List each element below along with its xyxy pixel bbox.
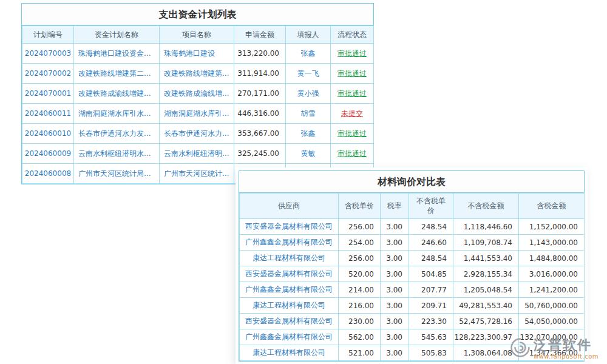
price-excl-tax-value: 545.63 [409,329,453,345]
amount-incl-tax-value: 3,016,000.00 [519,266,585,282]
plan-no-link[interactable]: 2024060008 [22,164,74,184]
apply-amount-value: 313,220.00 [234,44,286,64]
supplier-link[interactable]: 广州鑫鑫金属材料有限公司 [240,282,339,298]
table-row[interactable]: 西安盛器金属材料有限公司 230.00 3.00 223.30 52,475,7… [240,314,585,329]
price-incl-tax-value: 562.00 [339,329,381,345]
flow-status-link[interactable]: 未提交 [341,109,363,118]
price-incl-tax-value: 521.00 [339,345,381,361]
price-excl-tax-value: 504.85 [409,266,453,282]
column-header-tax-rate: 税率 [381,194,409,219]
vendor-watermark: 泛普软件 www.fanpusoft.com [510,337,599,360]
amount-incl-tax-value: 1,143,000.00 [519,235,585,251]
apply-amount-value: 446,316.00 [234,104,286,124]
supplier-link[interactable]: 康达工程材料有限公司 [240,345,339,361]
flow-status-link[interactable]: 审批通过 [337,89,367,98]
table-row[interactable]: 西安盛器金属材料有限公司 520.00 3.00 504.85 2,928,15… [240,266,585,282]
column-header-plan-name: 资金计划名称 [74,26,160,44]
tax-rate-value: 3.00 [381,298,409,314]
tax-rate-value: 3.00 [381,282,409,298]
tax-rate-value: 3.00 [381,345,409,361]
plan-no-link[interactable]: 2024060011 [22,104,74,124]
price-incl-tax-value: 520.00 [339,266,381,282]
table-row[interactable]: 广州鑫鑫金属材料有限公司 254.00 3.00 246.60 1,109,70… [240,235,585,251]
amount-excl-tax-value: 52,475,728.16 [453,314,519,329]
price-incl-tax-value: 256.00 [339,251,381,266]
column-header-price-excl-tax: 不含税单价 [409,194,453,219]
table-row[interactable]: 康达工程材料有限公司 256.00 3.00 248.54 1,441,553.… [240,251,585,266]
flow-status-link[interactable]: 审批通过 [337,49,367,58]
expenditure-plan-title: 支出资金计划列表 [22,4,373,25]
price-excl-tax-value: 248.54 [409,251,453,266]
plan-header-row: 计划编号 资金计划名称 项目名称 申请金额 填报人 流程状态 [22,26,374,44]
project-name-link[interactable]: 珠海鹤港口建设 [160,44,234,64]
flow-status-link[interactable]: 审批通过 [337,69,367,78]
flow-status-link[interactable]: 审批通过 [337,129,367,138]
filler-name: 黄一飞 [286,64,331,84]
column-header-amount-incl-tax: 含税金额 [519,194,585,219]
plan-no-link[interactable]: 2024070002 [22,64,74,84]
project-name-link[interactable]: 改建铁路线增建第... [160,64,234,84]
tax-rate-value: 3.00 [381,329,409,345]
plan-name-link[interactable]: 云南水利枢纽潜明水... [74,144,160,164]
filler-name: 张鑫 [286,124,331,144]
supplier-link[interactable]: 西安盛器金属材料有限公司 [240,314,339,329]
tax-rate-value: 3.00 [381,219,409,235]
table-row[interactable]: 2024070002 改建铁路线增建第二... 改建铁路线增建第... 311,… [22,64,374,84]
plan-name-link[interactable]: 改建铁路线增建第二... [74,64,160,84]
price-excl-tax-value: 207.77 [409,282,453,298]
amount-incl-tax-value: 50,760,000.00 [519,298,585,314]
filler-name: 张鑫 [286,44,331,64]
supplier-link[interactable]: 广州鑫鑫金属材料有限公司 [240,235,339,251]
price-incl-tax-value: 230.00 [339,314,381,329]
apply-amount-value: 270,171.00 [234,84,286,104]
apply-amount-value: 353,667.00 [234,124,286,144]
plan-name-link[interactable]: 改建铁路成渝线增建... [74,84,160,104]
price-incl-tax-value: 214.00 [339,282,381,298]
project-name-link[interactable]: 长春市伊通河水力... [160,124,234,144]
material-header-row: 供应商 含税单价 税率 不含税单价 不含税金额 含税金额 [240,194,585,219]
table-row[interactable]: 2024060009 云南水利枢纽潜明水... 云南水利枢纽潜明... 325,… [22,144,374,164]
price-incl-tax-value: 256.00 [339,219,381,235]
supplier-link[interactable]: 西安盛器金属材料有限公司 [240,266,339,282]
supplier-link[interactable]: 康达工程材料有限公司 [240,298,339,314]
supplier-link[interactable]: 康达工程材料有限公司 [240,251,339,266]
tax-rate-value: 3.00 [381,235,409,251]
plan-name-link[interactable]: 广州市天河区统计局... [74,164,160,184]
table-row[interactable]: 西安盛器金属材料有限公司 256.00 3.00 248.54 1,118,44… [240,219,585,235]
plan-no-link[interactable]: 2024060009 [22,144,74,164]
project-name-link[interactable]: 湖南洞庭湖水库引... [160,104,234,124]
tax-rate-value: 3.00 [381,251,409,266]
amount-excl-tax-value: 49,281,553.40 [453,298,519,314]
plan-no-link[interactable]: 2024060010 [22,124,74,144]
supplier-link[interactable]: 西安盛器金属材料有限公司 [240,219,339,235]
column-header-supplier: 供应商 [240,194,339,219]
material-inquiry-title: 材料询价对比表 [239,171,584,193]
table-row[interactable]: 2024070001 改建铁路成渝线增建... 改建铁路成渝线增... 270,… [22,84,374,104]
watermark-url: www.fanpusoft.com [534,353,599,360]
expenditure-plan-table: 计划编号 资金计划名称 项目名称 申请金额 填报人 流程状态 202407000… [22,25,374,184]
plan-no-link[interactable]: 2024070003 [22,44,74,64]
price-excl-tax-value: 209.71 [409,298,453,314]
column-header-price-incl-tax: 含税单价 [339,194,381,219]
amount-excl-tax-value: 1,441,553.40 [453,251,519,266]
plan-name-link[interactable]: 湖南洞庭湖水库引水... [74,104,160,124]
flow-status-link[interactable]: 审批通过 [337,149,367,158]
watermark-text: 泛普软件 www.fanpusoft.com [534,338,599,359]
table-row[interactable]: 2024070003 珠海鹤港口建设资金... 珠海鹤港口建设 313,220.… [22,44,374,64]
filler-name: 黄敏 [286,144,331,164]
column-header-amount-excl-tax: 不含税金额 [453,194,519,219]
project-name-link[interactable]: 改建铁路成渝线增... [160,84,234,104]
plan-name-link[interactable]: 珠海鹤港口建设资金... [74,44,160,64]
table-row[interactable]: 2024060011 湖南洞庭湖水库引水... 湖南洞庭湖水库引... 446,… [22,104,374,124]
supplier-link[interactable]: 广州鑫鑫金属材料有限公司 [240,329,339,345]
plan-name-link[interactable]: 长春市伊通河水力发... [74,124,160,144]
table-row[interactable]: 康达工程材料有限公司 216.00 3.00 209.71 49,281,553… [240,298,585,314]
table-row[interactable]: 广州鑫鑫金属材料有限公司 214.00 3.00 207.77 1,205,04… [240,282,585,298]
plan-no-link[interactable]: 2024070001 [22,84,74,104]
project-name-link[interactable]: 云南水利枢纽潜明... [160,144,234,164]
tax-rate-value: 3.00 [381,266,409,282]
table-row[interactable]: 2024060010 长春市伊通河水力发... 长春市伊通河水力... 353,… [22,124,374,144]
amount-incl-tax-value: 54,050,000.00 [519,314,585,329]
project-name-link[interactable]: 广州市天河区统计... [160,164,234,184]
column-header-project-name: 项目名称 [160,26,234,44]
